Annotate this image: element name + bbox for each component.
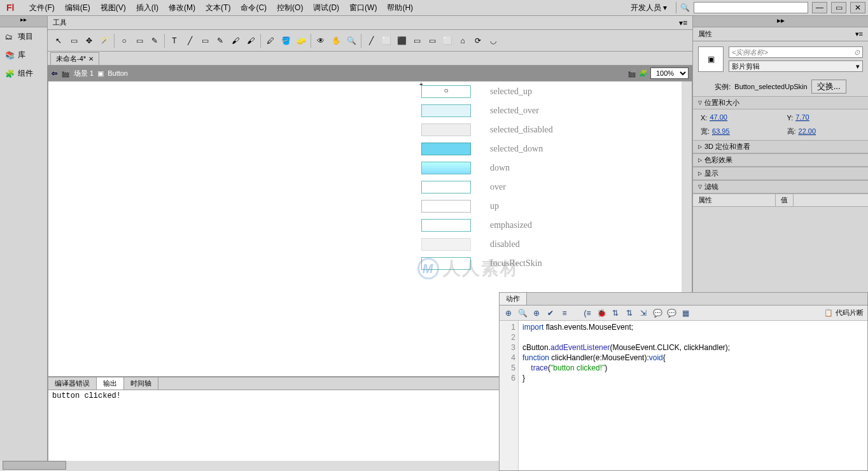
tool-button[interactable]: ✎ bbox=[148, 34, 162, 48]
comment-icon[interactable]: 💬 bbox=[652, 308, 662, 318]
menu-item[interactable]: 视图(V) bbox=[95, 1, 131, 15]
menu-item[interactable]: 命令(C) bbox=[235, 1, 272, 15]
tool-option[interactable]: ⌂ bbox=[456, 34, 470, 48]
tool-button[interactable]: ✎ bbox=[213, 34, 227, 48]
menu-item[interactable]: 编辑(E) bbox=[60, 1, 95, 15]
edit-scene-icon[interactable]: 🎬 bbox=[627, 69, 636, 78]
skin-swatch[interactable] bbox=[421, 181, 471, 193]
panel-menu-icon[interactable]: ▾≡ bbox=[855, 30, 863, 38]
tool-button[interactable]: T bbox=[167, 34, 181, 48]
left-rail-project[interactable]: 🗂项目 bbox=[0, 27, 47, 46]
x-value[interactable]: 47.00 bbox=[710, 113, 727, 122]
collapse-brace-icon[interactable]: ⇅ bbox=[610, 308, 620, 318]
tool-button[interactable]: ▭ bbox=[198, 34, 212, 48]
skin-state-row[interactable]: selected_over bbox=[421, 104, 553, 117]
back-arrow-icon[interactable]: ⇦ bbox=[52, 69, 57, 78]
tool-button[interactable]: ↖ bbox=[52, 34, 66, 48]
skin-state-row[interactable]: selected_disabled bbox=[421, 123, 553, 136]
tool-option[interactable]: ▭ bbox=[410, 34, 424, 48]
collapse-select-icon[interactable]: ⇅ bbox=[624, 308, 634, 318]
skin-swatch[interactable] bbox=[421, 200, 471, 213]
tool-button[interactable]: 🪄 bbox=[97, 34, 111, 48]
workspace-selector[interactable]: 开发人员 ▾ bbox=[626, 1, 672, 15]
left-rail-components[interactable]: 🧩组件 bbox=[0, 64, 47, 83]
symbol-crumb[interactable]: Button bbox=[108, 69, 128, 77]
tool-option[interactable]: ⬜ bbox=[379, 34, 393, 48]
minimize-button[interactable]: — bbox=[812, 2, 827, 13]
tool-button[interactable]: ╱ bbox=[183, 34, 197, 48]
menu-item[interactable]: 窗口(W) bbox=[344, 1, 382, 15]
skin-state-row[interactable]: over bbox=[421, 181, 553, 193]
skin-state-row[interactable]: selected_down bbox=[421, 143, 553, 155]
close-button[interactable]: ✕ bbox=[850, 2, 865, 13]
section-color[interactable]: ▷色彩效果 bbox=[693, 153, 868, 167]
collapse-arrow-icon[interactable]: ▸▸ bbox=[693, 16, 868, 27]
skin-swatch[interactable] bbox=[421, 219, 471, 232]
section-position[interactable]: ▽位置和大小 bbox=[693, 96, 868, 109]
check-syntax-icon[interactable]: ✔ bbox=[545, 308, 556, 318]
skin-state-row[interactable]: emphasized bbox=[421, 219, 553, 232]
document-tab[interactable]: 未命名-4*✕ bbox=[50, 52, 99, 65]
tool-button[interactable]: ▭ bbox=[132, 34, 146, 48]
show-hide-icon[interactable]: ▦ bbox=[680, 308, 690, 318]
skin-swatch[interactable] bbox=[421, 104, 471, 117]
menu-item[interactable]: 调试(D) bbox=[308, 1, 344, 15]
skin-state-row[interactable]: up bbox=[421, 200, 553, 213]
tool-button[interactable]: 🖊 bbox=[263, 34, 277, 48]
actions-tab[interactable]: 动作 bbox=[500, 293, 527, 305]
skin-swatch[interactable] bbox=[421, 257, 471, 270]
menu-item[interactable]: 帮助(H) bbox=[382, 1, 418, 15]
tool-button[interactable]: ○ bbox=[117, 34, 131, 48]
tool-option[interactable]: ⬜ bbox=[440, 34, 454, 48]
collapse-arrow-icon[interactable]: ▸▸ bbox=[0, 16, 47, 27]
output-tab[interactable]: 时间轴 bbox=[124, 377, 158, 390]
menu-item[interactable]: 控制(O) bbox=[272, 1, 308, 15]
format-icon[interactable]: ≡ bbox=[559, 308, 570, 318]
add-script-icon[interactable]: ⊕ bbox=[503, 308, 514, 318]
menu-item[interactable]: 修改(M) bbox=[164, 1, 200, 15]
tool-button[interactable]: 🧽 bbox=[294, 34, 308, 48]
edit-symbol-icon[interactable]: 🧩 bbox=[639, 69, 648, 78]
find-icon[interactable]: 🔍 bbox=[517, 308, 528, 318]
zoom-selector[interactable]: 100% bbox=[650, 67, 689, 79]
skin-swatch[interactable]: +○ bbox=[421, 85, 471, 98]
skin-state-row[interactable]: focusRectSkin bbox=[421, 257, 553, 270]
tool-button[interactable]: 🪣 bbox=[279, 34, 293, 48]
section-display[interactable]: ▷显示 bbox=[693, 167, 868, 180]
snippets-button[interactable]: 代码片断 bbox=[836, 308, 864, 318]
snippets-icon[interactable]: 📋 bbox=[824, 309, 833, 317]
maximize-button[interactable]: ▭ bbox=[831, 2, 846, 13]
code-editor[interactable]: 123456 import flash.events.MouseEvent; c… bbox=[500, 321, 867, 470]
close-tab-icon[interactable]: ✕ bbox=[88, 55, 94, 62]
tool-option[interactable]: ◡ bbox=[486, 34, 500, 48]
tool-option[interactable]: ╱ bbox=[364, 34, 378, 48]
search-input[interactable] bbox=[694, 2, 808, 13]
tool-button[interactable]: 🔍 bbox=[344, 34, 358, 48]
tool-button[interactable]: 🖌 bbox=[228, 34, 242, 48]
tool-option[interactable]: ⟳ bbox=[471, 34, 485, 48]
section-filters[interactable]: ▽滤镜 bbox=[693, 180, 868, 193]
skin-state-row[interactable]: disabled bbox=[421, 238, 553, 251]
tool-button[interactable]: ✥ bbox=[82, 34, 96, 48]
skin-state-row[interactable]: down bbox=[421, 162, 553, 174]
expand-icon[interactable]: ⇲ bbox=[638, 308, 648, 318]
tool-button[interactable]: ✋ bbox=[329, 34, 343, 48]
skin-swatch[interactable] bbox=[421, 238, 471, 251]
menu-item[interactable]: 文件(F) bbox=[24, 1, 59, 15]
skin-swatch[interactable] bbox=[421, 123, 471, 136]
swap-button[interactable]: 交换... bbox=[811, 80, 846, 94]
instance-name-input[interactable]: <实例名称>⊙ bbox=[729, 46, 863, 58]
tool-button[interactable]: ▭ bbox=[67, 34, 81, 48]
code-hint-icon[interactable]: (≡ bbox=[582, 308, 592, 318]
section-3d[interactable]: ▷3D 定位和查看 bbox=[693, 140, 868, 153]
tool-option[interactable]: ▭ bbox=[425, 34, 439, 48]
tool-option[interactable]: ⬛ bbox=[395, 34, 409, 48]
uncomment-icon[interactable]: 💬 bbox=[666, 308, 676, 318]
output-tab[interactable]: 编译器错误 bbox=[48, 377, 97, 390]
left-rail-library[interactable]: 📚库 bbox=[0, 46, 47, 64]
tool-button[interactable]: 👁 bbox=[314, 34, 328, 48]
instance-type-select[interactable]: 影片剪辑▾ bbox=[729, 60, 863, 72]
scene-crumb[interactable]: 场景 1 bbox=[74, 69, 94, 78]
skin-swatch[interactable] bbox=[421, 143, 471, 155]
output-tab[interactable]: 输出 bbox=[97, 377, 124, 390]
